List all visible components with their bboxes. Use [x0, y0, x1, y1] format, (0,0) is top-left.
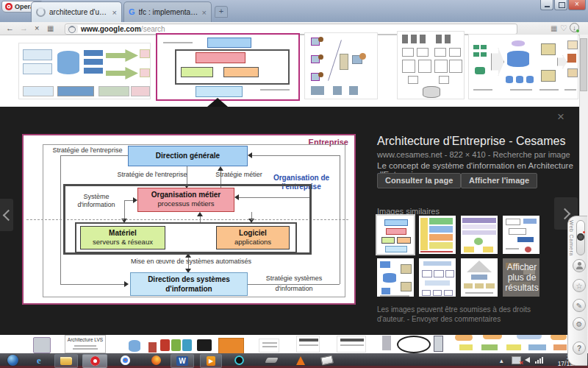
mock-text-line [262, 346, 277, 347]
tray-expand-icon[interactable]: ▴ [500, 357, 503, 364]
preview-dimensions: 822 × 410 [449, 150, 485, 159]
taskbar-notes-app[interactable] [318, 354, 337, 367]
taskbar-vlc[interactable] [291, 354, 310, 367]
signal-bar [542, 357, 543, 364]
folder-icon [60, 357, 72, 365]
mock-database-cylinder [57, 51, 79, 74]
back-icon[interactable]: ← [6, 23, 14, 34]
mock-shape [486, 283, 495, 289]
mock-pyramid [467, 261, 492, 272]
webcam-settings-button[interactable]: ⚙ [573, 317, 586, 330]
result-thumb-oracle-rac[interactable] [397, 31, 465, 99]
bottom-thumb-red-box[interactable] [148, 342, 157, 353]
prev-image-button[interactable] [0, 199, 13, 231]
mock-chart [567, 40, 578, 49]
meta-sep: - [488, 150, 491, 159]
notes-icon [320, 355, 334, 365]
view-image-button[interactable]: Afficher l'image [461, 173, 537, 188]
bottom-thumb-cube-red[interactable] [160, 339, 170, 351]
stop-icon[interactable]: × [35, 23, 39, 34]
mock-shape [402, 60, 415, 73]
speaker-icon[interactable] [525, 357, 530, 363]
signal-bar [537, 360, 539, 364]
extensions-grid-icon[interactable]: ▦ [551, 23, 557, 34]
more-results-label[interactable]: Afficher plus de résultats [501, 263, 543, 293]
similar-thumb-purple-table[interactable] [461, 216, 498, 254]
bottom-thumb-table-card-1[interactable] [296, 336, 320, 353]
connector-line [60, 155, 128, 156]
mock-text-line [539, 89, 559, 91]
similar-thumb-enterprise[interactable] [377, 216, 414, 254]
webcam-edit-button[interactable]: ✎ [573, 299, 586, 312]
feedback-link[interactable]: Envoyer des commentaires [412, 315, 501, 323]
mock-shape [383, 273, 396, 283]
bottom-thumb-cylinder[interactable] [129, 340, 140, 352]
similar-thumb-pyramid[interactable] [461, 258, 498, 297]
preview-title[interactable]: Architecture d'Entreprise - Cesames [377, 135, 565, 148]
webcam-profile-button[interactable] [573, 259, 586, 272]
similar-thumb-dw-architecture[interactable] [377, 258, 414, 297]
preview-source: www.cesames.net [377, 150, 442, 159]
bottom-thumb-cube-green[interactable] [171, 339, 181, 351]
bottom-thumb-cube-blue[interactable] [182, 339, 192, 351]
similar-thumb-layered-architecture[interactable] [419, 216, 456, 254]
webcam-favorites-button[interactable]: ☆ [573, 279, 586, 292]
taskbar-ie[interactable]: e [31, 354, 47, 367]
url-path: /search [141, 25, 165, 34]
mock-shape [181, 67, 213, 77]
mock-shape [429, 218, 453, 224]
search-by-image-link[interactable]: Recherche par image [493, 150, 570, 159]
result-thumb-client-server[interactable] [304, 32, 378, 99]
bookmark-heart-icon[interactable]: ♡ [560, 23, 567, 34]
browser-titlebar: Opera architecture d'un système × G tfc … [0, 0, 588, 22]
mock-server [434, 336, 443, 352]
taskbar-scanner-app[interactable] [262, 354, 281, 367]
similar-thumb-blue-flowchart[interactable] [419, 258, 456, 297]
tab-close-icon[interactable]: × [112, 8, 117, 17]
taskbar-opera-active[interactable] [82, 354, 107, 368]
new-tab-button[interactable]: + [215, 6, 228, 18]
bottom-thumb-orange-card[interactable] [218, 338, 244, 354]
taskbar-firefox[interactable] [146, 354, 165, 367]
preview-image-enterprise-diagram[interactable]: Entreprise [22, 134, 356, 305]
bottom-thumb-table-card-2[interactable] [337, 336, 366, 353]
taskbar-capture-app[interactable] [229, 354, 248, 367]
bottom-thumb-white-card[interactable] [259, 339, 279, 353]
taskbar-explorer[interactable] [54, 354, 78, 368]
result-thumb-bi-architecture[interactable] [18, 43, 151, 99]
bottom-thumb-computer-icon[interactable] [33, 337, 51, 353]
mock-shape [98, 86, 129, 96]
maximize-icon [559, 2, 565, 8]
box-sublabel: serveurs & réseaux [81, 238, 165, 247]
site-badge[interactable] [66, 25, 78, 33]
result-thumb-enterprise-selected[interactable] [156, 33, 300, 101]
bottom-thumb-architecture-lvs[interactable]: Architecture LVS [65, 335, 106, 353]
tab-tfc[interactable]: G tfc : implementation d'un × [123, 1, 212, 22]
minimize-button[interactable] [540, 0, 553, 10]
signal-bars-icon[interactable] [535, 357, 543, 364]
mock-shape [131, 86, 150, 96]
network-icon[interactable]: × [512, 356, 521, 364]
bottom-thumb-cube-black[interactable] [197, 339, 212, 351]
taskbar-chrome[interactable] [115, 354, 135, 367]
mock-shape [553, 344, 567, 350]
mock-cube [401, 264, 412, 274]
webcam-help-button[interactable]: ? [573, 342, 586, 355]
maximize-button[interactable] [554, 0, 567, 10]
taskbar-word[interactable]: W [171, 354, 194, 368]
preview-close-icon[interactable]: × [557, 110, 564, 124]
bottom-thumb-internet-cloud[interactable] [381, 333, 447, 353]
mock-shape [434, 270, 444, 277]
close-window-button[interactable]: × [568, 0, 586, 10]
mock-rack [411, 35, 417, 43]
similar-thumb-white-flowchart[interactable] [503, 216, 539, 254]
taskbar-media-player[interactable]: ▶ [200, 354, 222, 368]
tab-close-icon[interactable]: × [202, 8, 207, 17]
result-thumb-dw-tiers[interactable] [468, 34, 578, 99]
speed-dial-icon[interactable]: ▦ [47, 23, 54, 34]
tab-architecture[interactable]: architecture d'un système × [31, 1, 122, 22]
start-button[interactable] [4, 354, 21, 367]
page-scrollbar-thumb[interactable] [580, 38, 587, 91]
visit-page-button[interactable]: Consulter la page [377, 173, 461, 188]
forward-icon[interactable]: → [20, 23, 28, 34]
